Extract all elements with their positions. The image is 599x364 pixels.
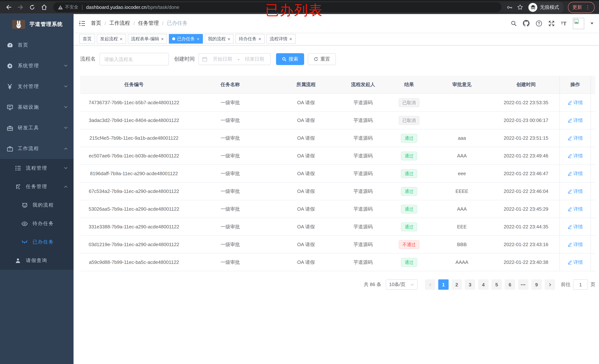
table-row: 8196daff-7b9a-11ec-a290-acde48001122一级审批… xyxy=(80,165,595,183)
sidebar-item-leave-query[interactable]: 请假查询 xyxy=(0,251,73,270)
font-size-icon[interactable]: TT xyxy=(561,20,566,26)
detail-link[interactable]: 详情 xyxy=(567,241,583,248)
pencil-icon xyxy=(567,171,572,176)
page-button-9[interactable]: 9 xyxy=(531,279,542,290)
browser-back-icon[interactable] xyxy=(4,3,13,11)
breadcrumb-home[interactable]: 首页 xyxy=(91,20,101,27)
sidebar-item-todo-tasks[interactable]: 待办任务 xyxy=(0,214,73,233)
browser-menu-icon[interactable]: ⋮ xyxy=(585,5,590,10)
page-button-3[interactable]: 3 xyxy=(465,279,475,290)
tab-start-process[interactable]: 发起流程× xyxy=(97,34,126,44)
tab-close-icon[interactable]: × xyxy=(161,36,164,41)
search-icon[interactable] xyxy=(511,20,516,26)
detail-link[interactable]: 详情 xyxy=(567,117,583,124)
sidebar-item-done-tasks[interactable]: 已办任务 xyxy=(0,233,73,251)
sidebar-item-system[interactable]: 系统管理 xyxy=(0,55,73,76)
cell-task-id: 74736737-7b9b-11ec-b5b7-acde48001122 xyxy=(80,94,188,111)
sidebar-item-task-mgmt[interactable]: 任务管理 xyxy=(0,178,73,196)
sidebar-item-home[interactable]: 首页 xyxy=(0,35,73,55)
page-button-1[interactable]: 1 xyxy=(438,279,449,290)
detail-link[interactable]: 详情 xyxy=(567,223,583,230)
detail-link[interactable]: 详情 xyxy=(567,206,583,212)
tab-close-icon[interactable]: × xyxy=(197,36,199,41)
process-name-label: 流程名 xyxy=(80,56,96,62)
cell-actions: 详情 xyxy=(559,183,590,200)
page-button-6[interactable]: 6 xyxy=(505,279,515,290)
tab-done-tasks[interactable]: 已办任务× xyxy=(169,34,203,44)
detail-link[interactable]: 详情 xyxy=(567,152,583,159)
result-tag: 通过 xyxy=(401,204,417,213)
sidebar-item-label: 首页 xyxy=(18,42,28,48)
sidebar-item-my-process[interactable]: 我的流程 xyxy=(0,196,73,214)
date-range-input[interactable]: 开始日期 - 结束日期 xyxy=(198,53,271,65)
sidebar-item-workflow[interactable]: 工作流程 xyxy=(0,138,73,159)
page-size-select[interactable]: 10条/页 xyxy=(386,279,418,290)
page-button-5[interactable]: 5 xyxy=(492,279,502,290)
cell-task-name: 一级审批 xyxy=(188,165,273,182)
fullscreen-icon[interactable] xyxy=(548,20,555,27)
cell-actions: 详情 xyxy=(559,236,590,253)
cell-task-name: 一级审批 xyxy=(188,112,273,129)
tab-form-edit[interactable]: 流程表单-编辑× xyxy=(128,34,167,44)
detail-link[interactable]: 详情 xyxy=(567,188,583,195)
sidebar-item-devtools[interactable]: 研发工具 xyxy=(0,117,73,138)
browser-update-button[interactable]: 更新 ⋮ xyxy=(568,2,595,13)
tab-my-process[interactable]: 我的流程× xyxy=(205,34,234,44)
page-ellipsis[interactable]: ••• xyxy=(518,279,529,290)
screen: 不安全 dashboard.yudao.iocoder.cn/bpm/task/… xyxy=(0,0,599,364)
detail-link[interactable]: 详情 xyxy=(567,135,583,141)
end-date-placeholder[interactable]: 结束日期 xyxy=(242,56,267,62)
process-name-input[interactable] xyxy=(99,53,169,65)
next-page-button[interactable] xyxy=(545,279,555,290)
pencil-icon xyxy=(567,153,572,158)
goto-page-input[interactable] xyxy=(573,279,588,290)
prev-page-button[interactable] xyxy=(425,279,435,290)
sidebar-item-payment[interactable]: 支付管理 xyxy=(0,76,73,97)
table-row: 3adac3d2-7b9d-11ec-8404-acde48001122一级审批… xyxy=(80,112,595,129)
sidebar-item-label: 任务管理 xyxy=(26,183,47,190)
avatar-caret-icon[interactable] xyxy=(590,22,593,26)
cell-starter: 芋道源码 xyxy=(339,236,387,253)
cell-actions: 详情 xyxy=(559,112,590,129)
sidebar-item-infra[interactable]: 基础设施 xyxy=(0,97,73,117)
tab-close-icon[interactable]: × xyxy=(228,36,230,41)
sidebar-item-label: 待办任务 xyxy=(33,220,54,227)
browser-home-icon[interactable] xyxy=(40,3,48,11)
browser-reload-icon[interactable] xyxy=(28,3,36,11)
tab-todo-tasks[interactable]: 待办任务× xyxy=(236,34,264,44)
cell-created: 2022-01-22 23:49:46 xyxy=(493,147,559,164)
search-button[interactable]: 搜索 xyxy=(276,53,304,65)
key-icon[interactable] xyxy=(507,4,512,10)
tab-close-icon[interactable]: × xyxy=(289,36,292,41)
detail-link-label: 详情 xyxy=(573,117,583,124)
gear-icon xyxy=(7,63,13,69)
avatar[interactable] xyxy=(573,18,584,29)
browser-forward-icon[interactable] xyxy=(16,3,24,11)
detail-link[interactable]: 详情 xyxy=(567,170,583,177)
tab-process-detail[interactable]: 流程详情× xyxy=(266,34,295,44)
cell-task-name: 一级审批 xyxy=(188,94,273,111)
security-label[interactable]: 不安全 xyxy=(65,4,78,10)
detail-link-label: 详情 xyxy=(573,170,583,177)
bookmark-star-icon[interactable] xyxy=(517,4,523,10)
breadcrumb-task-mgmt[interactable]: 任务管理 xyxy=(138,20,159,27)
page-button-2[interactable]: 2 xyxy=(452,279,462,290)
tab-close-icon[interactable]: × xyxy=(120,36,123,41)
tab-close-icon[interactable]: × xyxy=(258,36,261,41)
logo-row[interactable]: 芋道管理系统 xyxy=(0,14,73,35)
table-row: 53026aa5-7b9a-11ec-a290-acde48001122一级审批… xyxy=(80,200,595,218)
start-date-placeholder[interactable]: 开始日期 xyxy=(210,56,235,62)
pencil-icon xyxy=(567,118,572,123)
github-icon[interactable] xyxy=(523,20,529,27)
help-icon[interactable] xyxy=(536,20,542,27)
reset-button[interactable]: 重置 xyxy=(308,53,336,65)
page-button-4[interactable]: 4 xyxy=(478,279,489,290)
sidebar-item-process-mgmt[interactable]: 流程管理 xyxy=(0,159,73,178)
sidebar-toggle-icon[interactable] xyxy=(79,20,85,26)
cell-result: 通过 xyxy=(387,183,431,200)
breadcrumb-workflow[interactable]: 工作流程 xyxy=(109,20,130,27)
tab-home[interactable]: 首页 xyxy=(79,34,95,44)
detail-link[interactable]: 详情 xyxy=(567,259,583,266)
detail-link[interactable]: 详情 xyxy=(567,99,583,106)
cell-actions: 详情 xyxy=(559,254,590,271)
